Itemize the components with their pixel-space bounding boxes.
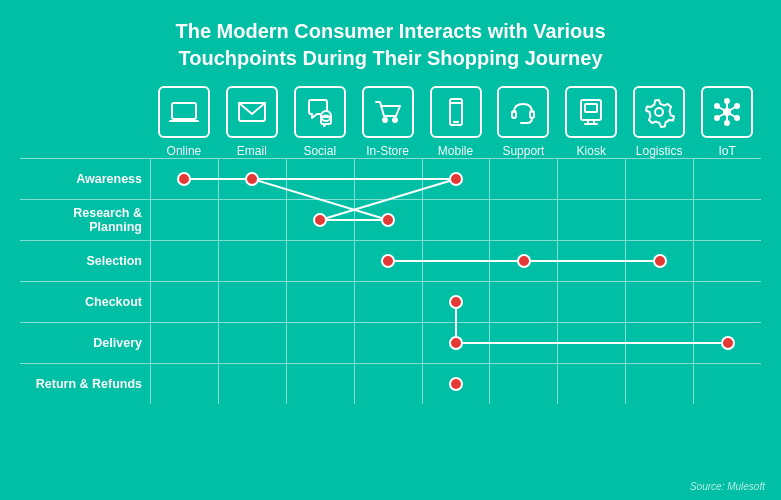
cart-icon-box [362, 86, 414, 138]
svg-point-22 [655, 108, 663, 116]
col-instore: In-Store [354, 86, 422, 158]
cell-research-mobile [422, 200, 490, 240]
cell-delivery-kiosk [557, 323, 625, 363]
cell-return-online [150, 364, 218, 404]
dot-return-mobile [449, 377, 463, 391]
main-container: The Modern Consumer Interacts with Vario… [0, 0, 781, 500]
row-return-label: Return & Refunds [20, 364, 150, 404]
cell-delivery-online [150, 323, 218, 363]
cell-awareness-online [150, 159, 218, 199]
col-logistics-label: Logistics [636, 144, 683, 158]
row-awareness-label: Awareness [20, 159, 150, 199]
dot-awareness-online [177, 172, 191, 186]
cell-awareness-logistics [625, 159, 693, 199]
cell-return-instore [354, 364, 422, 404]
grid-container: Awareness Research & Planning [20, 158, 761, 404]
title-line1: The Modern Consumer Interacts with Vario… [175, 20, 605, 42]
mobile-icon-box [430, 86, 482, 138]
col-instore-label: In-Store [366, 144, 409, 158]
mobile-icon [440, 96, 472, 128]
cell-return-support [489, 364, 557, 404]
cell-delivery-email [218, 323, 286, 363]
laptop-icon [168, 96, 200, 128]
row-delivery: Delivery [20, 322, 761, 363]
cell-selection-mobile [422, 241, 490, 281]
iot-icon [711, 96, 743, 128]
cell-return-mobile [422, 364, 490, 404]
cell-delivery-mobile [422, 323, 490, 363]
cell-return-social [286, 364, 354, 404]
dot-awareness-email [245, 172, 259, 186]
cell-checkout-email [218, 282, 286, 322]
row-research-label: Research & Planning [20, 200, 150, 240]
cell-checkout-online [150, 282, 218, 322]
cell-selection-logistics [625, 241, 693, 281]
gear-icon [643, 96, 675, 128]
cell-selection-instore [354, 241, 422, 281]
cell-awareness-instore [354, 159, 422, 199]
col-logistics: Logistics [625, 86, 693, 158]
dot-delivery-iot [721, 336, 735, 350]
cell-return-kiosk [557, 364, 625, 404]
cell-awareness-email [218, 159, 286, 199]
col-online-label: Online [167, 144, 202, 158]
cell-delivery-logistics [625, 323, 693, 363]
cell-research-instore [354, 200, 422, 240]
col-email: Email [218, 86, 286, 158]
cell-selection-social [286, 241, 354, 281]
col-social-label: Social [303, 144, 336, 158]
kiosk-icon-box [565, 86, 617, 138]
col-mobile: Mobile [422, 86, 490, 158]
kiosk-icon [575, 96, 607, 128]
email-icon [236, 96, 268, 128]
gear-icon-box [633, 86, 685, 138]
col-online: Online [150, 86, 218, 158]
icon-row: Online Email [20, 86, 761, 158]
row-return: Return & Refunds [20, 363, 761, 404]
cell-research-kiosk [557, 200, 625, 240]
col-support-label: Support [502, 144, 544, 158]
cell-checkout-logistics [625, 282, 693, 322]
dot-awareness-mobile [449, 172, 463, 186]
dot-checkout-mobile [449, 295, 463, 309]
cell-delivery-social [286, 323, 354, 363]
cell-awareness-social [286, 159, 354, 199]
cell-awareness-iot [693, 159, 761, 199]
cell-selection-online [150, 241, 218, 281]
row-awareness: Awareness [20, 158, 761, 199]
cell-selection-kiosk [557, 241, 625, 281]
cell-checkout-mobile [422, 282, 490, 322]
cell-checkout-social [286, 282, 354, 322]
row-delivery-label: Delivery [20, 323, 150, 363]
cell-checkout-iot [693, 282, 761, 322]
cell-delivery-support [489, 323, 557, 363]
cell-delivery-instore [354, 323, 422, 363]
col-social: Social [286, 86, 354, 158]
col-email-label: Email [237, 144, 267, 158]
dot-selection-logistics [653, 254, 667, 268]
iot-icon-box [701, 86, 753, 138]
headset-icon-box [497, 86, 549, 138]
chat-icon-box [294, 86, 346, 138]
cart-icon [372, 96, 404, 128]
cell-awareness-mobile [422, 159, 490, 199]
cell-checkout-instore [354, 282, 422, 322]
col-iot-label: IoT [718, 144, 735, 158]
col-kiosk: Kiosk [557, 86, 625, 158]
cell-research-support [489, 200, 557, 240]
dot-delivery-mobile [449, 336, 463, 350]
cell-research-logistics [625, 200, 693, 240]
cell-return-logistics [625, 364, 693, 404]
cell-research-online [150, 200, 218, 240]
col-support: Support [489, 86, 557, 158]
cell-checkout-support [489, 282, 557, 322]
cell-delivery-iot [693, 323, 761, 363]
row-checkout: Checkout [20, 281, 761, 322]
row-research: Research & Planning [20, 199, 761, 240]
chart-area: Online Email [20, 86, 761, 404]
row-selection-label: Selection [20, 241, 150, 281]
row-checkout-label: Checkout [20, 282, 150, 322]
svg-point-10 [393, 118, 397, 122]
cell-research-social [286, 200, 354, 240]
title-line2: Touchpoints During Their Shopping Journe… [178, 47, 602, 69]
